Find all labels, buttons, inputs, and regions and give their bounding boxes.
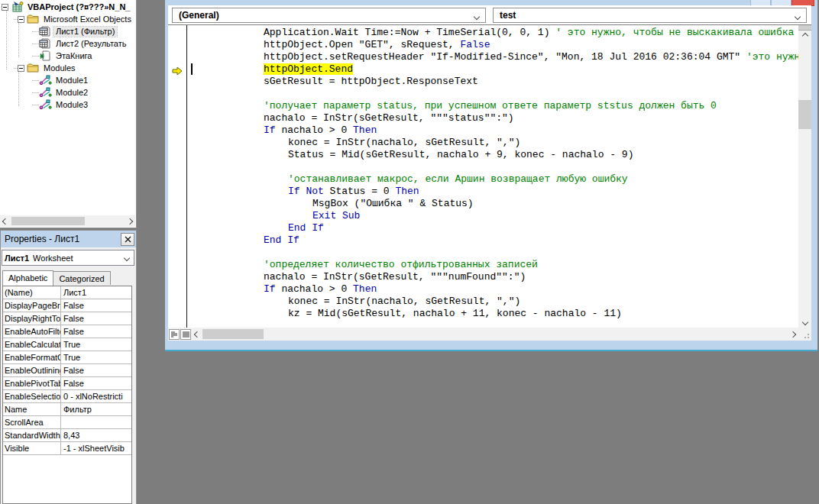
code-line[interactable]: konec = InStr(nachalo, sGetResult, ",")	[187, 296, 798, 308]
collapse-icon[interactable]	[18, 65, 24, 72]
properties-grid: (Name)Лист1DisplayPageBreakFalseDisplayR…	[2, 286, 132, 504]
code-vertical-scrollbar[interactable]	[798, 25, 811, 328]
code-line[interactable]	[187, 88, 798, 100]
code-line[interactable]: sGetResult = httpObject.ResponseText	[187, 76, 798, 88]
property-value[interactable]: Фильтр	[61, 403, 131, 415]
property-value[interactable]: True	[61, 338, 131, 351]
project-horizontal-scrollbar[interactable]	[0, 215, 135, 227]
code-line[interactable]: kz = Mid(sGetResult, nachalo + 11, konec…	[187, 308, 798, 320]
code-line[interactable]: 'останавливает макрос, если Аршин возвра…	[187, 173, 798, 186]
code-horizontal-scrollbar[interactable]	[168, 328, 811, 341]
chevron-down-icon	[795, 14, 801, 20]
code-editor[interactable]: Application.Wait Time:=Now + TimeSerial(…	[187, 25, 798, 328]
code-keyword: Then	[353, 124, 377, 136]
code-line[interactable]: If nachalo > 0 Then	[187, 124, 798, 137]
project-explorer-panel: VBAProject (?¤???»N_N_Microsoft Excel Ob…	[0, 0, 137, 228]
project-tree[interactable]: VBAProject (?¤???»N_N_Microsoft Excel Ob…	[0, 1, 135, 215]
code-text: httpObject.setRequestHeader "If-Modified…	[264, 51, 746, 63]
property-value[interactable]: Лист1	[61, 286, 131, 299]
procedure-dropdown[interactable]: test	[493, 8, 807, 23]
tree-item[interactable]: Лист2 (Результать	[0, 37, 135, 50]
code-line[interactable]: httpObject.Open "GET", sRequest, False	[187, 39, 798, 51]
property-row: ScrollArea	[3, 416, 131, 429]
properties-title: Properties - Лист1	[5, 234, 79, 244]
tree-item[interactable]: Modules	[0, 62, 135, 74]
code-text: nachalo = InStr(sGetResult, """numFound"…	[264, 271, 526, 283]
scrollbar-thumb[interactable]	[798, 100, 811, 129]
tree-item[interactable]: Module2	[0, 86, 135, 99]
code-text: Application.Wait Time:=Now + TimeSerial(…	[264, 27, 555, 38]
code-line[interactable]: If Not Status = 0 Then	[187, 186, 798, 198]
property-row: Visible-1 - xlSheetVisib	[3, 442, 131, 455]
collapse-icon[interactable]	[2, 4, 8, 11]
procedure-view-button[interactable]	[169, 329, 180, 340]
property-name: StandardWidth	[3, 429, 61, 441]
tree-guide	[32, 80, 39, 81]
property-value[interactable]: -1 - xlSheetVisib	[61, 442, 131, 454]
scroll-right-icon[interactable]	[125, 215, 135, 227]
property-value[interactable]: False	[61, 325, 131, 338]
code-line[interactable]: MsgBox ("Ошибка " & Status)	[187, 198, 798, 210]
module-icon	[39, 87, 52, 98]
property-row: DisplayRightToLefFalse	[3, 312, 131, 325]
tree-item[interactable]: Module1	[0, 74, 135, 86]
code-line[interactable]: konec = InStr(nachalo, sGetResult, ",")	[187, 137, 798, 149]
property-value[interactable]: False	[61, 364, 131, 376]
property-name: EnableCalculation	[3, 338, 61, 351]
property-row: EnableCalculationTrue	[3, 338, 131, 351]
collapse-icon[interactable]	[18, 16, 24, 23]
tree-item[interactable]: ЭтаКнига	[0, 50, 135, 62]
property-name: EnablePivotTable	[3, 377, 61, 389]
code-line[interactable]: End If	[187, 234, 798, 247]
tab-alphabetic[interactable]: Alphabetic	[2, 270, 53, 286]
object-dropdown[interactable]: (General)	[172, 8, 486, 23]
property-value[interactable]: False	[61, 377, 131, 389]
tree-item[interactable]: VBAProject (?¤???»N_N_	[0, 1, 135, 13]
tree-item[interactable]: Microsoft Excel Objects	[0, 13, 135, 25]
code-comment: 'останавливает макрос, если Аршин возвра…	[288, 173, 628, 185]
close-icon[interactable]	[121, 233, 134, 246]
scrollbar-thumb[interactable]	[202, 329, 264, 339]
scroll-up-icon[interactable]	[798, 31, 811, 41]
split-handle[interactable]	[798, 25, 811, 31]
code-keyword: End If	[264, 234, 299, 246]
code-text: httpObject.Open "GET", sRequest,	[264, 39, 460, 50]
property-value[interactable]: False	[61, 312, 131, 325]
tab-categorized[interactable]: Categorized	[53, 271, 110, 285]
property-row: EnableFormatConTrue	[3, 351, 131, 364]
property-row: DisplayPageBreakFalse	[3, 299, 131, 312]
scroll-down-icon[interactable]	[798, 317, 811, 328]
tree-item[interactable]: Лист1 (Фильтр)	[0, 25, 135, 37]
code-line[interactable]: 'определяет количество отфильтрованных з…	[187, 259, 798, 271]
code-line[interactable]: httpObject.Send	[187, 63, 798, 76]
resize-grip[interactable]	[798, 328, 811, 341]
code-line[interactable]: If nachalo > 0 Then	[187, 283, 798, 296]
scroll-right-icon[interactable]	[788, 328, 798, 341]
margin-indicator-bar[interactable]	[168, 25, 187, 328]
code-line[interactable]: Application.Wait Time:=Now + TimeSerial(…	[187, 27, 798, 39]
code-line[interactable]: nachalo = InStr(sGetResult, """numFound"…	[187, 271, 798, 283]
full-module-view-button[interactable]	[180, 329, 191, 340]
code-comment: 'получает параметр status, при успешном …	[264, 100, 717, 111]
scroll-left-icon[interactable]	[192, 328, 202, 341]
tree-item[interactable]: Module3	[0, 99, 135, 111]
property-value[interactable]	[61, 416, 131, 428]
code-line[interactable]: nachalo = InStr(sGetResult, """status"":…	[187, 112, 798, 124]
property-row: EnablePivotTableFalse	[3, 377, 131, 390]
scrollbar-thumb[interactable]	[11, 217, 85, 225]
scroll-left-icon[interactable]	[0, 215, 11, 227]
property-name: ScrollArea	[3, 416, 61, 428]
code-line[interactable]: Exit Sub	[187, 210, 798, 222]
property-value[interactable]: 0 - xlNoRestricti	[61, 390, 131, 402]
property-value[interactable]: False	[61, 299, 131, 312]
code-line[interactable]: Status = Mid(sGetResult, nachalo + 9, ko…	[187, 149, 798, 161]
code-text: sGetResult = httpObject.ResponseText	[264, 76, 478, 87]
code-line[interactable]	[187, 247, 798, 259]
property-value[interactable]: True	[61, 351, 131, 363]
property-value[interactable]: 8,43	[61, 429, 131, 441]
code-line[interactable]: httpObject.setRequestHeader "If-Modified…	[187, 51, 798, 63]
code-line[interactable]: 'получает параметр status, при успешном …	[187, 100, 798, 112]
properties-object-dropdown[interactable]: Лист1 Worksheet	[2, 250, 134, 266]
code-line[interactable]: End If	[187, 222, 798, 234]
code-line[interactable]	[187, 161, 798, 173]
